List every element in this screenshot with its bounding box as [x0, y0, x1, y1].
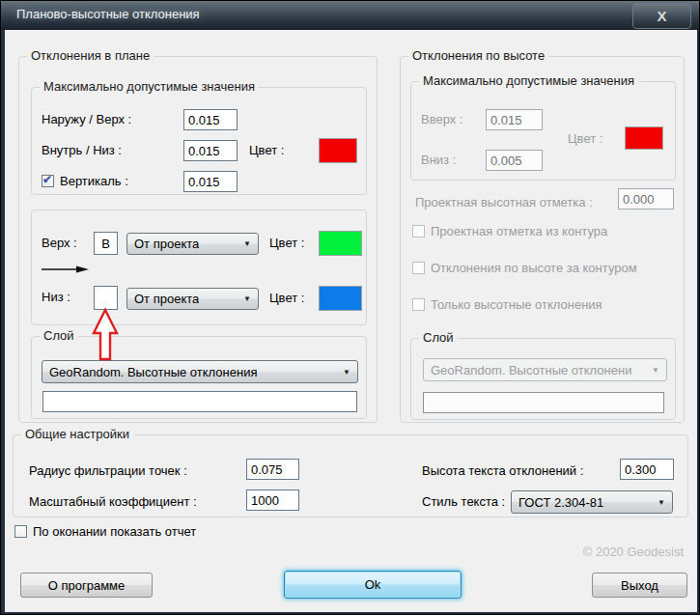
height-only-label: Только высотные отклонения	[431, 294, 602, 316]
group-plan-max-title: Максимально допустимые значения	[40, 79, 259, 94]
filter-radius-label: Радиус фильтрации точек :	[29, 461, 187, 482]
group-height-max-values: Максимально допустимые значения Вверх : …	[410, 81, 676, 181]
height-color-label: Цвет :	[568, 128, 602, 150]
dialog-window: Планово-высотные отклонения X Отклонения…	[0, 0, 700, 615]
text-height-input[interactable]	[620, 459, 674, 480]
text-style-value: ГОСТ 2.304-81	[518, 495, 603, 510]
height-layer-value: GeoRandom. Высотные отклонени	[431, 363, 631, 377]
down-label: Низ :	[42, 287, 70, 308]
height-color-swatch	[625, 126, 663, 150]
down-color-label: Цвет :	[269, 288, 304, 309]
height-only-checkbox	[412, 298, 425, 311]
filter-radius-input[interactable]	[246, 459, 299, 480]
close-button[interactable]: X	[632, 3, 691, 29]
exit-button[interactable]: Выход	[592, 573, 687, 598]
copyright-text: © 2020 Geodesist	[583, 545, 684, 559]
dialog-client-area: Отклонения в плане Максимально допустимы…	[5, 30, 697, 612]
down-mode-value: От проекта	[134, 292, 199, 306]
inward-label: Внутрь / Низ :	[42, 140, 122, 161]
group-height-layer: Слой GeoRandom. Высотные отклонени ▼	[410, 338, 676, 420]
group-plan-updown: Верх : От проекта ▼ Цвет : Низ :	[31, 210, 367, 325]
text-style-label: Стиль текста :	[422, 491, 505, 513]
scale-factor-input[interactable]	[246, 489, 299, 511]
up-color-label: Цвет :	[269, 233, 304, 254]
down-color-swatch[interactable]	[319, 286, 362, 311]
chevron-down-icon: ▼	[646, 366, 659, 375]
height-down-label: Вниз :	[421, 150, 456, 171]
up-mode-combobox[interactable]: От проекта ▼	[126, 233, 259, 255]
vertical-label: Вертикаль :	[60, 171, 128, 192]
group-height-title: Отклонения по высоте	[408, 48, 548, 63]
text-style-combobox[interactable]: ГОСТ 2.304-81 ▼	[511, 490, 673, 514]
height-down-input	[486, 150, 543, 171]
show-report-checkbox[interactable]	[14, 525, 27, 538]
inward-input[interactable]	[183, 140, 238, 161]
group-plan-title: Отклонения в плане	[27, 48, 154, 63]
chevron-down-icon: ▼	[652, 498, 665, 507]
about-button-label: О программе	[48, 578, 126, 593]
window-title: Планово-высотные отклонения	[16, 7, 200, 21]
elevation-label: Проектная высотная отметка :	[415, 192, 593, 213]
group-plan-layer: Слой GeoRandom. Высотные отклонения ▼	[31, 336, 367, 419]
contour-elevation-label: Проектная отметка из контура	[431, 221, 607, 242]
elevation-input	[618, 188, 674, 210]
up-prefix-input[interactable]	[94, 232, 118, 255]
height-up-input	[486, 109, 543, 130]
plan-layer-combobox[interactable]: GeoRandom. Высотные отклонения ▼	[42, 360, 358, 383]
chevron-down-icon: ▼	[238, 239, 251, 248]
up-mode-value: От проекта	[134, 237, 199, 251]
outward-label: Наружу / Верх :	[42, 109, 131, 130]
ok-button[interactable]: Ok	[284, 571, 462, 599]
plan-layer-value: GeoRandom. Высотные отклонения	[49, 365, 257, 379]
plan-layer-title: Слой	[40, 328, 78, 343]
height-up-label: Вверх :	[421, 109, 462, 130]
up-label: Верх :	[42, 233, 77, 254]
height-layer-input	[423, 392, 664, 413]
show-report-label: По оконании показать отчет	[33, 521, 196, 543]
vertical-checkbox[interactable]	[42, 175, 54, 187]
plan-color-label: Цвет :	[249, 140, 284, 161]
group-plan-deviations: Отклонения в плане Максимально допустимы…	[18, 56, 378, 423]
up-arrow-annotation-icon	[91, 307, 120, 361]
contour-elevation-checkbox	[412, 225, 425, 238]
right-arrow-icon	[42, 264, 90, 275]
text-height-label: Высота текста отклонений :	[422, 461, 583, 482]
plan-layer-input[interactable]	[42, 391, 357, 412]
chevron-down-icon: ▼	[238, 294, 251, 303]
group-plan-max-values: Максимально допустимые значения Наружу /…	[31, 87, 367, 195]
about-button[interactable]: О программе	[20, 573, 153, 598]
ok-button-label: Ok	[365, 577, 381, 592]
chevron-down-icon: ▼	[337, 368, 350, 377]
scale-factor-label: Масштабный коэффициент :	[29, 491, 197, 513]
title-bar: Планово-высотные отклонения X	[1, 1, 699, 30]
outside-contour-label: Отклонения по высоте за контуром	[431, 258, 637, 279]
group-general-settings: Общие настройки Радиус фильтрации точек …	[13, 434, 688, 517]
vertical-input[interactable]	[183, 171, 238, 192]
group-height-deviations: Отклонения по высоте Максимально допусти…	[400, 56, 685, 423]
height-layer-title: Слой	[419, 330, 458, 345]
up-color-swatch[interactable]	[319, 231, 362, 256]
group-height-max-title: Максимально допустимые значения	[419, 73, 638, 88]
close-icon: X	[657, 8, 666, 24]
exit-button-label: Выход	[621, 578, 658, 593]
outward-input[interactable]	[183, 109, 238, 130]
plan-max-color-swatch[interactable]	[319, 138, 357, 163]
group-general-title: Общие настройки	[21, 427, 133, 441]
down-mode-combobox[interactable]: От проекта ▼	[126, 288, 259, 310]
height-layer-combobox: GeoRandom. Высотные отклонени ▼	[423, 358, 667, 381]
outside-contour-checkbox	[412, 262, 425, 274]
